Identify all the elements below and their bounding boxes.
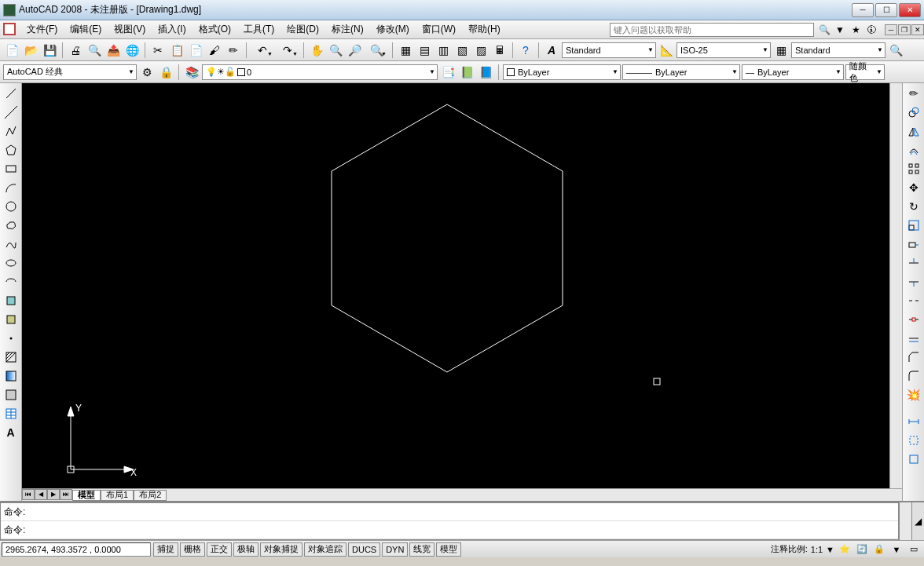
star-icon[interactable]: ★ bbox=[849, 23, 863, 37]
pan-icon[interactable]: ✋ bbox=[308, 42, 325, 59]
array-icon[interactable] bbox=[905, 160, 922, 177]
tab-model[interactable]: 模型 bbox=[72, 490, 101, 501]
app-menu-icon[interactable] bbox=[3, 23, 17, 37]
drawing-canvas[interactable]: Y X bbox=[22, 83, 889, 488]
insert-block-icon[interactable] bbox=[2, 292, 20, 309]
open-icon[interactable]: 📂 bbox=[22, 42, 39, 59]
copy-icon[interactable]: 📋 bbox=[168, 42, 185, 59]
rectangle-icon[interactable] bbox=[2, 160, 20, 177]
sheetset-icon[interactable]: ▧ bbox=[453, 42, 471, 59]
text-style-dropdown[interactable]: Standard bbox=[562, 42, 656, 58]
zoom-realtime-icon[interactable]: 🔍 bbox=[327, 42, 344, 59]
layer-manager-icon[interactable]: 📚 bbox=[183, 64, 200, 81]
workspace-dropdown[interactable]: AutoCAD 经典 bbox=[3, 64, 137, 80]
menu-dimension[interactable]: 标注(N) bbox=[325, 23, 370, 36]
select2-icon[interactable] bbox=[905, 451, 922, 468]
region-icon[interactable] bbox=[2, 386, 20, 404]
mdi-close-button[interactable]: ✕ bbox=[911, 24, 924, 35]
stretch-icon[interactable] bbox=[905, 236, 922, 253]
linetype-dropdown[interactable]: ——— ByLayer bbox=[622, 64, 740, 80]
dist-icon[interactable] bbox=[905, 413, 922, 430]
dropdown-icon[interactable]: ▼ bbox=[833, 23, 847, 37]
line-icon[interactable] bbox=[2, 85, 20, 102]
tab-prev-button[interactable]: ◀ bbox=[35, 489, 47, 500]
otrack-toggle[interactable]: 对象追踪 bbox=[304, 542, 346, 557]
rotate-icon[interactable]: ↻ bbox=[905, 198, 922, 215]
point-icon[interactable] bbox=[2, 330, 20, 347]
lock-ui-icon[interactable]: 🔒 bbox=[872, 542, 886, 557]
search-style-icon[interactable]: 🔍 bbox=[887, 42, 904, 59]
dyn-toggle[interactable]: DYN bbox=[382, 542, 408, 557]
command-input-line[interactable]: 命令: bbox=[1, 521, 898, 539]
help-icon[interactable]: ? bbox=[517, 42, 534, 59]
snap-toggle[interactable]: 捕捉 bbox=[153, 542, 178, 557]
ellipse-icon[interactable] bbox=[2, 254, 20, 272]
annotation-autoscale-icon[interactable]: 🔄 bbox=[855, 542, 869, 557]
menu-modify[interactable]: 修改(M) bbox=[370, 23, 416, 36]
cut-icon[interactable]: ✂ bbox=[149, 42, 167, 59]
copy-obj-icon[interactable] bbox=[905, 104, 922, 121]
join-icon[interactable] bbox=[905, 330, 922, 347]
tablestyle-icon[interactable]: ▦ bbox=[772, 42, 790, 59]
model-toggle[interactable]: 模型 bbox=[436, 542, 461, 557]
command-resize-handle[interactable]: ◢ bbox=[911, 502, 924, 540]
xline-icon[interactable] bbox=[2, 104, 20, 121]
layer-prev-icon[interactable]: 📗 bbox=[458, 64, 475, 81]
ducs-toggle[interactable]: DUCS bbox=[348, 542, 380, 557]
select-icon[interactable] bbox=[905, 432, 922, 449]
osnap-toggle[interactable]: 对象捕捉 bbox=[260, 542, 302, 557]
publish-icon[interactable]: 📤 bbox=[104, 42, 122, 59]
markup-icon[interactable]: ▨ bbox=[472, 42, 490, 59]
redo-icon[interactable]: ↷ bbox=[276, 42, 299, 59]
ellipse-arc-icon[interactable] bbox=[2, 273, 20, 290]
arc-icon[interactable] bbox=[2, 179, 20, 196]
mirror-icon[interactable] bbox=[905, 122, 922, 140]
circle-icon[interactable] bbox=[2, 198, 20, 215]
plotstyle-dropdown[interactable]: 随颜色 bbox=[845, 64, 885, 80]
dim-style-dropdown[interactable]: ISO-25 bbox=[676, 42, 771, 58]
statusbar-menu-icon[interactable]: ▼ bbox=[889, 542, 904, 557]
workspace-lock-icon[interactable]: 🔒 bbox=[157, 64, 174, 81]
table-icon[interactable] bbox=[2, 405, 20, 422]
menu-tools[interactable]: 工具(T) bbox=[237, 23, 280, 36]
mdi-minimize-button[interactable]: ─ bbox=[885, 24, 897, 35]
break-icon[interactable] bbox=[905, 311, 922, 328]
menu-edit[interactable]: 编辑(E) bbox=[64, 23, 108, 36]
coordinates-display[interactable]: 2965.2674, 493.3572 , 0.0000 bbox=[2, 542, 151, 557]
polyline-icon[interactable] bbox=[2, 122, 20, 140]
layer-dropdown[interactable]: 💡 ☀ 🔓 0 bbox=[202, 64, 438, 80]
mtext-icon[interactable]: A bbox=[2, 424, 20, 441]
fillet-icon[interactable] bbox=[905, 367, 922, 385]
tab-next-button[interactable]: ▶ bbox=[47, 489, 60, 500]
menu-insert[interactable]: 插入(I) bbox=[152, 23, 192, 36]
toolpalette-icon[interactable]: ▥ bbox=[434, 42, 452, 59]
command-scrollbar[interactable] bbox=[899, 502, 911, 540]
search-icon[interactable]: 🔍 bbox=[817, 23, 831, 37]
textstyle-a-icon[interactable]: A bbox=[543, 42, 560, 59]
eraser-icon[interactable]: ✏ bbox=[225, 42, 242, 59]
erase-icon[interactable]: ✏ bbox=[905, 85, 922, 102]
clean-screen-icon[interactable]: ▭ bbox=[907, 542, 921, 557]
dimstyle-icon[interactable]: 📐 bbox=[658, 42, 675, 59]
new-icon[interactable]: 📄 bbox=[3, 42, 20, 59]
offset-icon[interactable] bbox=[905, 141, 922, 159]
preview-icon[interactable]: 🔍 bbox=[86, 42, 103, 59]
info-icon[interactable]: 🛈 bbox=[864, 23, 878, 37]
layer-states-icon[interactable]: 📑 bbox=[439, 64, 456, 81]
table-style-dropdown[interactable]: Standard bbox=[791, 42, 886, 58]
make-block-icon[interactable] bbox=[2, 311, 20, 328]
annotation-scale-value[interactable]: 1:1 bbox=[811, 545, 823, 554]
paste-icon[interactable]: 📄 bbox=[187, 42, 204, 59]
tab-layout2[interactable]: 布局2 bbox=[134, 490, 167, 501]
mdi-restore-button[interactable]: ❐ bbox=[898, 24, 911, 35]
scale-dropdown-icon[interactable]: ▼ bbox=[826, 545, 834, 554]
tab-first-button[interactable]: ⏮ bbox=[22, 489, 35, 500]
scale-icon[interactable] bbox=[905, 217, 922, 234]
properties-icon[interactable]: ▦ bbox=[397, 42, 414, 59]
tab-last-button[interactable]: ⏭ bbox=[60, 489, 72, 500]
menu-file[interactable]: 文件(F) bbox=[20, 23, 64, 36]
tab-layout1[interactable]: 布局1 bbox=[101, 490, 134, 501]
hatch-icon[interactable] bbox=[2, 349, 20, 366]
zoom-prev-icon[interactable]: 🔎 bbox=[346, 42, 363, 59]
help-search-input[interactable] bbox=[610, 23, 814, 37]
